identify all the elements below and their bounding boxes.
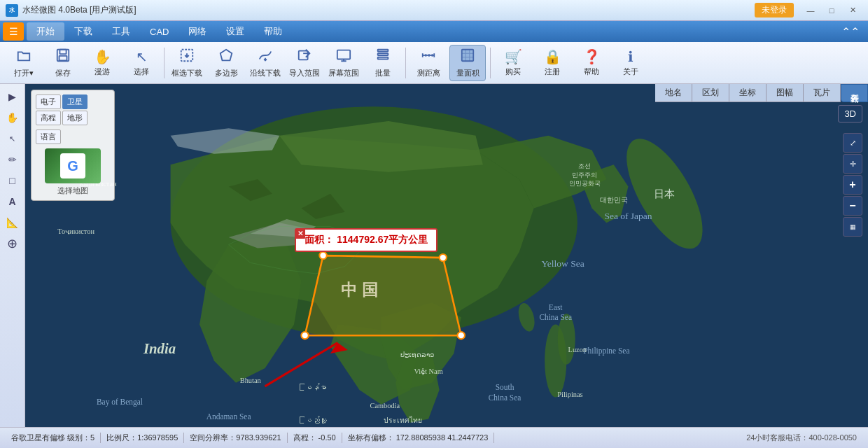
map-zoom-out-button[interactable]: −: [843, 196, 862, 216]
svg-text:Pilipinas: Pilipinas: [557, 391, 582, 398]
map-expand-button[interactable]: ⤢: [843, 133, 862, 153]
menu-download[interactable]: 下载: [64, 22, 102, 41]
svg-text:South: South: [496, 383, 514, 391]
menu-start[interactable]: 开始: [27, 22, 64, 41]
sidebar-box-btn[interactable]: □: [3, 171, 22, 190]
3d-button[interactable]: 3D: [838, 105, 862, 122]
about-button[interactable]: ℹ 关于: [612, 45, 649, 81]
menu-network[interactable]: 网络: [178, 22, 216, 41]
menu-tools[interactable]: 工具: [102, 22, 140, 41]
box-download-button[interactable]: 框选下载: [169, 45, 205, 81]
open-label: 打开▾: [14, 68, 34, 78]
login-button[interactable]: 未登录: [755, 3, 794, 18]
svg-rect-2: [59, 55, 67, 59]
collapse-button[interactable]: ⌃⌃: [836, 25, 865, 38]
svg-rect-6: [337, 50, 350, 59]
measure-area-icon: [460, 48, 475, 66]
right-tab-coords[interactable]: 坐标: [729, 84, 766, 102]
sidebar-text-btn[interactable]: A: [3, 192, 22, 211]
map-source-icon[interactable]: G: [45, 148, 101, 183]
map-source-panel: 电子 卫星 高程 地形 语言 G 选择地图: [31, 90, 115, 201]
measure-distance-icon: [421, 48, 436, 66]
batch-icon: [375, 48, 391, 66]
menu-help[interactable]: 帮助: [254, 22, 292, 41]
right-tab-mapsheet[interactable]: 图幅: [766, 84, 804, 102]
map-zoom-in-button[interactable]: +: [843, 175, 862, 195]
register-icon: 🔒: [544, 48, 561, 65]
home-menu-button[interactable]: ☰: [3, 22, 24, 41]
map-svg: Sea of Japan Yellow Sea East China Sea S…: [25, 84, 868, 427]
map-tab-elevation[interactable]: 高程: [36, 111, 61, 125]
box-download-label: 框选下载: [172, 68, 202, 78]
right-tab-tile[interactable]: 瓦片: [804, 84, 841, 102]
sidebar-pan-btn[interactable]: ✋: [3, 108, 22, 127]
polygon-icon: [218, 48, 234, 66]
svg-rect-10: [462, 49, 474, 61]
popup-close-button[interactable]: ✕: [295, 229, 305, 239]
map-container[interactable]: Sea of Japan Yellow Sea East China Sea S…: [25, 84, 868, 427]
map-compass-button[interactable]: ✛: [843, 154, 862, 174]
about-label: 关于: [623, 66, 638, 77]
map-tab-satellite[interactable]: 卫星: [62, 94, 88, 109]
measure-area-button[interactable]: 量面积: [449, 45, 486, 81]
save-label: 保存: [55, 68, 71, 78]
svg-text:India: India: [143, 341, 176, 356]
sidebar-add-btn[interactable]: ⊕: [3, 234, 22, 253]
map-tab-terrain[interactable]: 地形: [62, 111, 88, 125]
svg-text:ປະເທດລາວ: ປະເທດລາວ: [400, 351, 434, 358]
statusbar: 谷歌卫星有偏移 级别：5 比例尺：1:36978595 空间分辨率：9783.9…: [0, 427, 868, 448]
map-source-selector: 电子 卫星 高程 地形 语言 G 选择地图: [31, 90, 115, 201]
screen-range-button[interactable]: 屏幕范围: [326, 45, 362, 81]
svg-text:Тоҷикистон: Тоҷикистон: [57, 227, 94, 235]
right-tab-placename[interactable]: 地名: [655, 84, 692, 102]
svg-text:East: East: [549, 303, 563, 312]
save-icon: [55, 48, 71, 66]
menu-settings[interactable]: 设置: [216, 22, 254, 41]
close-button[interactable]: ✕: [843, 4, 862, 18]
map-source-label: 选择地图: [36, 186, 110, 196]
sidebar-measure-btn[interactable]: 📐: [3, 213, 22, 232]
select-button[interactable]: ↖ 选择: [123, 45, 160, 81]
polygon-button[interactable]: 多边形: [208, 45, 244, 81]
map-background: Sea of Japan Yellow Sea East China Sea S…: [25, 84, 868, 427]
map-tab-electronic[interactable]: 电子: [36, 94, 61, 109]
area-label: 面积：: [304, 234, 334, 246]
svg-point-46: [440, 254, 447, 261]
task-list-button[interactable]: 任务列表: [841, 84, 868, 102]
sidebar-edit-btn[interactable]: ✏: [3, 150, 22, 169]
status-resolution: 空间分辨率：9783.939621: [184, 433, 287, 443]
pan-button[interactable]: ✋ 漫游: [84, 45, 120, 81]
save-button[interactable]: 保存: [45, 45, 81, 81]
map-controls: ⤢ ✛ + − ▦: [843, 133, 862, 237]
area-value: 1144792.67平方公里: [337, 234, 428, 246]
buy-button[interactable]: 🛒 购买: [495, 45, 531, 81]
batch-label: 批量: [375, 68, 391, 78]
batch-button[interactable]: 批量: [365, 45, 401, 81]
svg-rect-9: [378, 57, 388, 59]
open-button[interactable]: 打开▾: [6, 45, 42, 81]
status-scale: 比例尺：1:36978595: [101, 433, 184, 443]
svg-rect-1: [59, 49, 66, 53]
language-button[interactable]: 语言: [36, 130, 61, 144]
map-source-tabs: 电子 卫星 高程 地形: [36, 94, 110, 125]
line-download-button[interactable]: 沿线下载: [247, 45, 284, 81]
maximize-button[interactable]: □: [822, 4, 841, 18]
measure-distance-label: 测距离: [417, 68, 440, 78]
svg-text:Andaman Sea: Andaman Sea: [206, 412, 251, 421]
svg-rect-7: [378, 49, 388, 51]
minimize-button[interactable]: —: [801, 4, 820, 18]
right-tabs: 地名 区划 坐标 图幅 瓦片: [655, 84, 841, 102]
right-tab-district[interactable]: 区划: [692, 84, 729, 102]
pan-icon: ✋: [94, 48, 111, 65]
divider-3: [490, 48, 491, 78]
register-button[interactable]: 🔒 注册: [534, 45, 570, 81]
select-icon: ↖: [136, 48, 148, 65]
import-range-button[interactable]: 导入范围: [286, 45, 323, 81]
menu-cad[interactable]: CAD: [140, 22, 178, 41]
help-button[interactable]: ❓ 帮助: [573, 45, 610, 81]
measure-distance-button[interactable]: 测距离: [410, 45, 447, 81]
sidebar-arrow-btn[interactable]: ▶: [3, 87, 22, 106]
sidebar-select-btn[interactable]: ↖: [3, 129, 22, 148]
menubar: ☰ 开始 下载 工具 CAD 网络 设置 帮助 ⌃⌃: [0, 21, 868, 42]
map-scale-button[interactable]: ▦: [843, 217, 862, 237]
